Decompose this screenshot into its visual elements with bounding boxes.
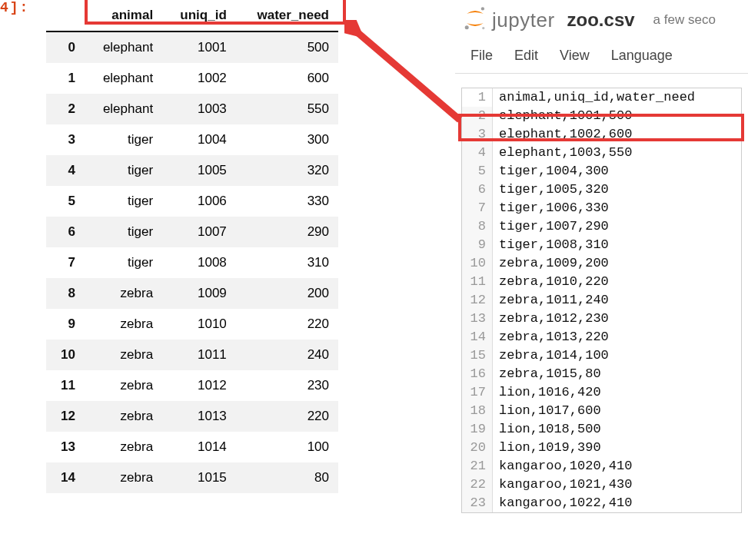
table-row: 0elephant1001500 — [46, 31, 338, 63]
line-text[interactable]: zebra,1012,230 — [493, 310, 741, 328]
line-number: 2 — [462, 107, 493, 125]
menu-language[interactable]: Language — [611, 48, 673, 64]
cell-water_need: 220 — [236, 401, 338, 432]
table-row: 4tiger1005320 — [46, 155, 338, 186]
cell-water_need: 330 — [236, 186, 338, 217]
line-text[interactable]: tiger,1006,330 — [493, 199, 741, 217]
cell-uniq_id: 1001 — [162, 31, 236, 63]
menu-file[interactable]: File — [470, 48, 493, 64]
code-line[interactable]: 15zebra,1014,100 — [462, 346, 741, 365]
code-line[interactable]: 3elephant,1002,600 — [462, 125, 741, 144]
jupyter-logo-icon — [461, 5, 489, 35]
code-line[interactable]: 18lion,1017,600 — [462, 402, 741, 420]
text-editor[interactable]: 1animal,uniq_id,water_need2elephant,1001… — [461, 88, 742, 513]
cell-water_need: 100 — [236, 432, 338, 462]
line-text[interactable]: lion,1019,390 — [493, 439, 741, 457]
line-number: 6 — [462, 181, 493, 199]
svg-line-3 — [354, 29, 460, 120]
row-index: 1 — [46, 63, 85, 94]
cell-uniq_id: 1012 — [162, 370, 236, 401]
line-text[interactable]: zebra,1010,220 — [493, 273, 741, 291]
save-status: a few seco — [653, 12, 716, 28]
line-number: 12 — [462, 291, 493, 310]
code-line[interactable]: 23kangaroo,1022,410 — [462, 494, 741, 512]
line-text[interactable]: zebra,1011,240 — [493, 291, 741, 310]
cell-uniq_id: 1002 — [162, 63, 236, 94]
code-line[interactable]: 16zebra,1015,80 — [462, 365, 741, 383]
svg-point-1 — [465, 25, 469, 29]
line-number: 8 — [462, 217, 493, 236]
line-number: 15 — [462, 346, 493, 365]
cell-water_need: 220 — [236, 309, 338, 340]
cell-uniq_id: 1006 — [162, 186, 236, 217]
cell-uniq_id: 1005 — [162, 155, 236, 186]
dataframe-col-uniq-id: uniq_id — [162, 0, 236, 31]
line-text[interactable]: zebra,1009,200 — [493, 254, 741, 273]
line-text[interactable]: zebra,1013,220 — [493, 328, 741, 346]
line-number: 5 — [462, 162, 493, 181]
line-text[interactable]: tiger,1008,310 — [493, 236, 741, 254]
code-line[interactable]: 10zebra,1009,200 — [462, 254, 741, 273]
code-line[interactable]: 1animal,uniq_id,water_need — [462, 88, 741, 107]
cell-uniq_id: 1015 — [162, 462, 236, 493]
line-text[interactable]: zebra,1014,100 — [493, 346, 741, 365]
code-line[interactable]: 17lion,1016,420 — [462, 383, 741, 402]
cell-animal: elephant — [85, 63, 162, 94]
line-text[interactable]: kangaroo,1022,410 — [493, 494, 741, 512]
line-number: 21 — [462, 457, 493, 476]
table-row: 14zebra101580 — [46, 462, 338, 493]
cell-water_need: 600 — [236, 63, 338, 94]
code-line[interactable]: 12zebra,1011,240 — [462, 291, 741, 310]
line-text[interactable]: tiger,1004,300 — [493, 162, 741, 181]
menu-view[interactable]: View — [560, 48, 590, 64]
row-index: 6 — [46, 217, 85, 247]
code-line[interactable]: 13zebra,1012,230 — [462, 310, 741, 328]
code-line[interactable]: 21kangaroo,1020,410 — [462, 457, 741, 476]
file-name[interactable]: zoo.csv — [567, 9, 635, 31]
row-index: 13 — [46, 432, 85, 462]
menu-edit[interactable]: Edit — [514, 48, 538, 64]
cell-animal: tiger — [85, 155, 162, 186]
row-index: 7 — [46, 247, 85, 278]
table-row: 6tiger1007290 — [46, 217, 338, 247]
cell-animal: tiger — [85, 217, 162, 247]
code-line[interactable]: 8tiger,1007,290 — [462, 217, 741, 236]
line-text[interactable]: lion,1016,420 — [493, 383, 741, 402]
dataframe-index-header — [46, 0, 85, 31]
cell-animal: zebra — [85, 340, 162, 370]
line-text[interactable]: lion,1017,600 — [493, 402, 741, 420]
code-line[interactable]: 19lion,1018,500 — [462, 420, 741, 439]
line-number: 9 — [462, 236, 493, 254]
jupyter-header: jupyter zoo.csv a few seco — [455, 0, 748, 40]
line-text[interactable]: elephant,1002,600 — [493, 125, 741, 144]
line-text[interactable]: animal,uniq_id,water_need — [493, 88, 741, 107]
code-line[interactable]: 5tiger,1004,300 — [462, 162, 741, 181]
cell-animal: zebra — [85, 278, 162, 309]
code-line[interactable]: 2elephant,1001,500 — [462, 107, 741, 125]
code-line[interactable]: 9tiger,1008,310 — [462, 236, 741, 254]
row-index: 8 — [46, 278, 85, 309]
jupyter-logo[interactable]: jupyter — [461, 5, 555, 35]
code-line[interactable]: 11zebra,1010,220 — [462, 273, 741, 291]
line-text[interactable]: elephant,1003,550 — [493, 144, 741, 162]
line-text[interactable]: kangaroo,1021,430 — [493, 476, 741, 494]
code-line[interactable]: 7tiger,1006,330 — [462, 199, 741, 217]
code-line[interactable]: 14zebra,1013,220 — [462, 328, 741, 346]
code-line[interactable]: 6tiger,1005,320 — [462, 181, 741, 199]
line-text[interactable]: tiger,1007,290 — [493, 217, 741, 236]
line-text[interactable]: lion,1018,500 — [493, 420, 741, 439]
line-text[interactable]: elephant,1001,500 — [493, 107, 741, 125]
line-text[interactable]: kangaroo,1020,410 — [493, 457, 741, 476]
cell-water_need: 200 — [236, 278, 338, 309]
code-line[interactable]: 22kangaroo,1021,430 — [462, 476, 741, 494]
code-line[interactable]: 20lion,1019,390 — [462, 439, 741, 457]
dataframe-col-water-need: water_need — [236, 0, 338, 31]
line-text[interactable]: zebra,1015,80 — [493, 365, 741, 383]
line-number: 1 — [462, 88, 493, 107]
code-line[interactable]: 4elephant,1003,550 — [462, 144, 741, 162]
line-number: 11 — [462, 273, 493, 291]
svg-point-0 — [481, 7, 484, 10]
row-index: 14 — [46, 462, 85, 493]
line-number: 13 — [462, 310, 493, 328]
line-text[interactable]: tiger,1005,320 — [493, 181, 741, 199]
